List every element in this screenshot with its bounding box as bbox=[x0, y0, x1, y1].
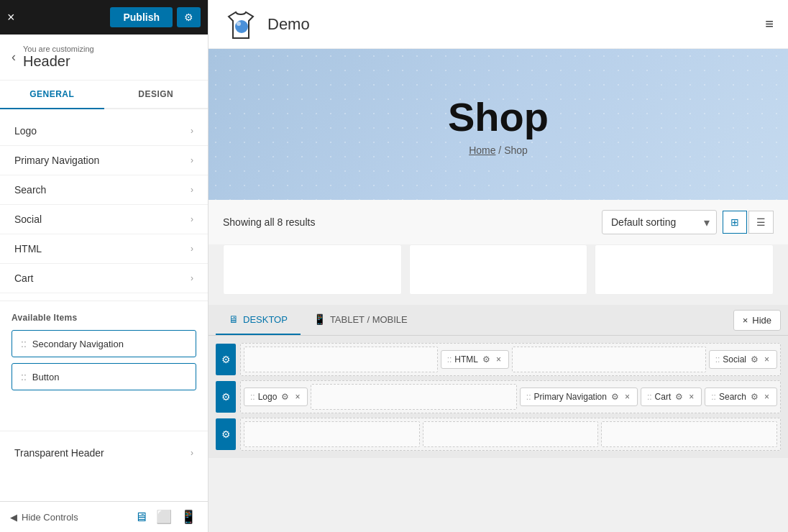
back-area: ‹ You are customizing Header bbox=[0, 35, 208, 81]
back-button[interactable]: ‹ bbox=[12, 50, 16, 65]
row-3-col-left bbox=[244, 421, 420, 447]
row-3-col-right bbox=[601, 421, 777, 447]
row-1-col-right: :: Social ⚙ × bbox=[709, 350, 777, 369]
hide-icon: × bbox=[743, 315, 748, 326]
customizer-settings-button[interactable]: ⚙ bbox=[177, 7, 201, 27]
sort-wrapper: Default sorting bbox=[602, 210, 717, 234]
customizing-title: Header bbox=[23, 53, 94, 70]
search-remove-button[interactable]: × bbox=[763, 392, 771, 402]
hide-label: Hide bbox=[752, 315, 771, 326]
customizer-panel: × Publish ⚙ ‹ You are customizing Header… bbox=[0, 0, 209, 532]
hide-builder-button[interactable]: × Hide bbox=[733, 310, 781, 331]
widget-social: :: Social ⚙ × bbox=[709, 350, 777, 369]
menu-item-search-label: Search bbox=[14, 184, 46, 196]
tab-desktop[interactable]: 🖥 DESKTOP bbox=[216, 305, 301, 335]
tablet-tab-icon: 📱 bbox=[313, 313, 326, 325]
drag-handle-icon: :: bbox=[21, 338, 27, 349]
breadcrumb: Home / Shop bbox=[469, 145, 528, 156]
cart-settings-button[interactable]: ⚙ bbox=[674, 392, 684, 402]
menu-item-logo[interactable]: Logo › bbox=[0, 116, 208, 146]
drag-handle-icon: :: bbox=[21, 371, 27, 382]
site-title: Demo bbox=[267, 15, 310, 34]
widget-social-label: Social bbox=[723, 354, 746, 364]
publish-button[interactable]: Publish bbox=[110, 7, 173, 27]
desktop-tab-icon: 🖥 bbox=[229, 313, 239, 325]
close-button[interactable]: × bbox=[7, 10, 15, 25]
transparent-header-item[interactable]: Transparent Header › bbox=[0, 439, 208, 467]
menu-item-logo-label: Logo bbox=[14, 125, 37, 137]
chevron-right-icon: › bbox=[191, 273, 193, 283]
drag-item-secondary-nav[interactable]: :: Secondary Navigation bbox=[12, 330, 196, 357]
row-1-col-left bbox=[244, 347, 438, 372]
row-2-col-left: :: Logo ⚙ × bbox=[244, 387, 308, 406]
cart-remove-button[interactable]: × bbox=[687, 392, 695, 402]
product-card bbox=[409, 244, 588, 295]
menu-item-social[interactable]: Social › bbox=[0, 205, 208, 234]
shop-toolbar: Showing all 8 results Default sorting ⊞ … bbox=[209, 200, 788, 244]
transparent-header-label: Transparent Header bbox=[14, 447, 104, 459]
builder-row-3: ⚙ bbox=[216, 418, 781, 451]
drag-item-button-label: Button bbox=[32, 372, 60, 382]
menu-item-search[interactable]: Search › bbox=[0, 175, 208, 205]
customizing-label: You are customizing bbox=[23, 45, 94, 53]
tab-tablet-mobile[interactable]: 📱 TABLET / MOBILE bbox=[301, 305, 421, 335]
tab-design[interactable]: DESIGN bbox=[104, 81, 209, 108]
social-widget-remove-button[interactable]: × bbox=[763, 354, 771, 364]
row-1-area: :: HTML ⚙ × :: Social ⚙ × bbox=[240, 343, 781, 376]
row-1-settings-button[interactable]: ⚙ bbox=[216, 344, 236, 375]
row-2-col-right: :: Primary Navigation ⚙ × :: Cart ⚙ × bbox=[520, 387, 777, 406]
widget-html-label: HTML bbox=[454, 354, 478, 364]
social-widget-settings-button[interactable]: ⚙ bbox=[749, 354, 760, 364]
logo-widget-remove-button[interactable]: × bbox=[293, 392, 301, 402]
html-widget-settings-button[interactable]: ⚙ bbox=[481, 354, 492, 364]
hamburger-menu-button[interactable]: ≡ bbox=[765, 16, 774, 32]
drag-handle-icon: :: bbox=[447, 354, 452, 364]
logo-widget-settings-button[interactable]: ⚙ bbox=[280, 392, 290, 402]
desktop-icon[interactable]: 🖥 bbox=[133, 508, 149, 526]
row-2-col-center bbox=[311, 384, 516, 410]
row-2-area: :: Logo ⚙ × :: Primary Navigation ⚙ × bbox=[240, 380, 781, 413]
menu-item-primary-nav[interactable]: Primary Navigation › bbox=[0, 146, 208, 175]
widget-search: :: Search ⚙ × bbox=[705, 387, 777, 406]
header-menu-list: Logo › Primary Navigation › Search › Soc… bbox=[0, 109, 208, 301]
builder-rows: ⚙ :: HTML ⚙ × :: bbox=[209, 336, 788, 458]
primary-nav-remove-button[interactable]: × bbox=[623, 392, 631, 402]
preview-panel: Demo ≡ Shop Home / Shop Showing all 8 re… bbox=[209, 0, 788, 532]
site-logo-area: Demo bbox=[223, 6, 310, 42]
html-widget-remove-button[interactable]: × bbox=[495, 354, 503, 364]
sort-select[interactable]: Default sorting bbox=[602, 210, 717, 234]
sort-area: Default sorting ⊞ ☰ bbox=[602, 210, 774, 234]
search-settings-button[interactable]: ⚙ bbox=[749, 392, 760, 402]
menu-item-cart[interactable]: Cart › bbox=[0, 264, 208, 293]
widget-html: :: HTML ⚙ × bbox=[441, 350, 509, 369]
tab-general[interactable]: GENERAL bbox=[0, 81, 104, 109]
desktop-tab-label: DESKTOP bbox=[243, 314, 288, 325]
hero-banner: Shop Home / Shop bbox=[209, 49, 788, 200]
primary-nav-settings-button[interactable]: ⚙ bbox=[610, 392, 620, 402]
drag-handle-icon: :: bbox=[715, 354, 720, 364]
drag-item-button[interactable]: :: Button bbox=[12, 363, 196, 390]
drag-handle-icon: :: bbox=[711, 392, 716, 402]
drag-item-secondary-nav-label: Secondary Navigation bbox=[32, 339, 124, 349]
widget-logo-label: Logo bbox=[258, 392, 278, 402]
hide-controls-button[interactable]: ◀ Hide Controls bbox=[10, 512, 78, 523]
menu-item-html-label: HTML bbox=[14, 243, 42, 254]
breadcrumb-home-link[interactable]: Home bbox=[469, 145, 495, 156]
list-view-button[interactable]: ☰ bbox=[748, 211, 774, 234]
row-3-area bbox=[240, 418, 781, 451]
chevron-right-icon: › bbox=[191, 214, 193, 224]
row-1-col-right-empty bbox=[512, 347, 706, 372]
menu-item-html[interactable]: HTML › bbox=[0, 234, 208, 264]
grid-view-button[interactable]: ⊞ bbox=[723, 211, 747, 234]
row-3-settings-button[interactable]: ⚙ bbox=[216, 418, 236, 450]
drag-handle-icon: :: bbox=[250, 392, 255, 402]
row-2-settings-button[interactable]: ⚙ bbox=[216, 381, 236, 413]
mobile-icon[interactable]: 📱 bbox=[179, 508, 198, 526]
arrow-left-icon: ◀ bbox=[10, 512, 17, 523]
hide-controls-label: Hide Controls bbox=[22, 512, 78, 523]
row-1-col-center: :: HTML ⚙ × bbox=[441, 350, 509, 369]
row-3-col-center bbox=[423, 421, 599, 447]
tablet-icon[interactable]: ⬜ bbox=[155, 508, 173, 526]
view-toggle: ⊞ ☰ bbox=[723, 211, 774, 234]
widget-primary-nav: :: Primary Navigation ⚙ × bbox=[520, 387, 638, 406]
